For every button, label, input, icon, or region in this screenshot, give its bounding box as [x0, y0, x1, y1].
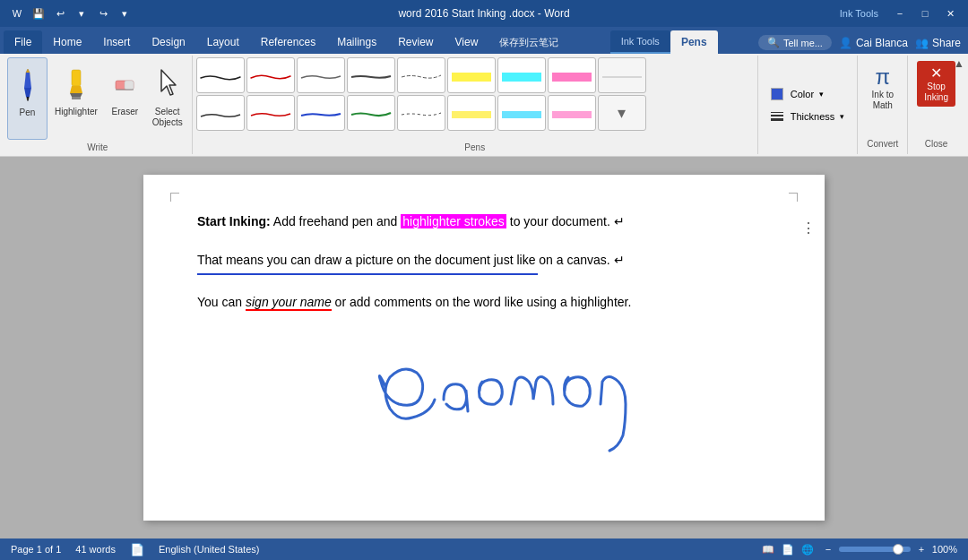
tab-mailings[interactable]: Mailings — [326, 30, 387, 54]
pen-swatch-7[interactable] — [497, 57, 546, 93]
write-group: Pen Highlighter — [4, 56, 193, 154]
tab-cloud[interactable]: 保存到云笔记 — [488, 30, 569, 54]
paragraph-1: Start Inking: Add freehand pen and highl… — [197, 211, 771, 233]
zoom-in-button[interactable]: + — [914, 542, 929, 556]
close-group-label: Close — [925, 139, 948, 149]
tab-ink-tools[interactable]: Ink Tools — [610, 30, 670, 54]
pen-swatch-3[interactable] — [297, 57, 345, 93]
svg-rect-6 — [125, 81, 134, 90]
pen-swatch-more[interactable] — [598, 57, 646, 93]
pen-tool[interactable]: Pen — [7, 57, 48, 140]
language[interactable]: English (United States) — [159, 544, 260, 555]
ink-to-math-label: Ink toMath — [872, 90, 894, 111]
word-count[interactable]: 41 words — [75, 544, 116, 555]
pen-swatch-r2[interactable] — [246, 95, 295, 131]
title-bar-left: W 💾 ↩ ▾ ↪ ▾ — [7, 4, 134, 23]
convert-group-label: Convert — [867, 139, 898, 149]
ink-tools-label: Ink Tools — [833, 6, 886, 21]
underline-decoration — [197, 273, 538, 275]
maximize-button[interactable]: □ — [914, 5, 936, 22]
save-button[interactable]: 💾 — [29, 4, 48, 23]
tell-me-button[interactable]: 🔍 Tell me... — [758, 35, 832, 50]
highlighter-icon — [63, 65, 90, 103]
color-swatch — [771, 88, 783, 100]
pen-swatch-4[interactable] — [347, 57, 395, 93]
pen-swatch-r4[interactable] — [347, 95, 395, 131]
page-info: Page 1 of 1 — [11, 544, 61, 555]
pen-swatch-r7[interactable] — [497, 95, 546, 131]
tab-review[interactable]: Review — [387, 30, 444, 54]
color-label: Color — [791, 89, 814, 99]
tab-layout[interactable]: Layout — [196, 30, 250, 54]
math-icon: π — [876, 65, 891, 90]
eraser-tool[interactable]: Eraser — [105, 57, 145, 140]
pen-swatch-r6[interactable] — [447, 95, 496, 131]
color-control[interactable]: Color ▾ — [767, 86, 849, 102]
pens-group-label: Pens — [196, 141, 754, 152]
zoom-thumb[interactable] — [893, 544, 903, 555]
share-button[interactable]: 👥 Share — [915, 37, 961, 49]
para3-end: or add comments on the word like using a… — [332, 295, 632, 309]
signature-svg — [314, 332, 654, 476]
user-area[interactable]: 👤 Cai Blanca — [839, 37, 908, 49]
pen-swatch-r3[interactable] — [297, 95, 345, 131]
window-title: word 2016 Start Inking .docx - Word — [398, 7, 569, 20]
pen-swatch-r1[interactable] — [196, 95, 245, 131]
customize-qa[interactable]: ▾ — [115, 4, 134, 23]
collapse-ribbon-button[interactable]: ▲ — [954, 57, 964, 70]
tab-view[interactable]: View — [445, 30, 489, 54]
ribbon: Pen Highlighter — [0, 54, 968, 157]
read-mode-icon[interactable]: 📖 — [762, 544, 774, 556]
pen-swatch-1[interactable] — [196, 57, 245, 93]
tab-file[interactable]: File — [4, 30, 42, 54]
para2-text: That means you can draw a picture on the… — [197, 253, 610, 267]
thickness-control[interactable]: Thickness ▾ — [767, 109, 849, 124]
stop-inking-button[interactable]: ✕ StopInking — [917, 61, 955, 107]
para1-rest: Add freehand pen and — [271, 214, 402, 228]
highlighter-tool[interactable]: Highlighter — [49, 57, 103, 140]
undo-dropdown[interactable]: ▾ — [72, 4, 91, 23]
svg-marker-3 — [70, 93, 82, 97]
print-layout-icon[interactable]: 📄 — [782, 544, 794, 556]
tab-references[interactable]: References — [250, 30, 326, 54]
pens-group: ▾ Pens — [193, 56, 758, 154]
thickness-label: Thickness — [791, 111, 835, 122]
close-window-button[interactable]: ✕ — [939, 5, 961, 22]
paragraph-2: That means you can draw a picture on the… — [197, 249, 771, 275]
select-objects-tool[interactable]: SelectObjects — [147, 57, 188, 140]
pen-icon — [14, 65, 41, 104]
pen-swatch-8[interactable] — [548, 57, 596, 93]
minimize-button[interactable]: − — [889, 5, 911, 22]
thickness-dropdown-arrow: ▾ — [840, 112, 844, 121]
para3-sign: sign your name — [246, 295, 332, 311]
user-name: Cai Blanca — [856, 37, 908, 49]
pen-swatch-2[interactable] — [246, 57, 295, 93]
pen-swatch-r8[interactable] — [548, 95, 596, 131]
user-icon: 👤 — [839, 37, 852, 49]
tab-insert[interactable]: Insert — [92, 30, 141, 54]
title-bar: W 💾 ↩ ▾ ↪ ▾ word 2016 Start Inking .docx… — [0, 0, 968, 27]
thickness-icon — [771, 112, 783, 121]
zoom-level: 100% — [932, 544, 957, 555]
ellipsis-indicator: ⋮ — [801, 220, 816, 237]
eraser-icon — [111, 65, 138, 103]
close-group: ✕ StopInking Close — [908, 56, 964, 154]
ink-to-math-button[interactable]: π Ink toMath — [869, 61, 897, 115]
pen-swatch-6[interactable] — [447, 57, 496, 93]
tab-home[interactable]: Home — [42, 30, 92, 54]
tab-design[interactable]: Design — [141, 30, 195, 54]
pen-swatch-r5[interactable] — [397, 95, 445, 131]
zoom-slider[interactable] — [839, 547, 911, 552]
share-icon: 👥 — [915, 37, 929, 49]
tab-pens[interactable]: Pens — [670, 30, 718, 54]
redo-button[interactable]: ↪ — [93, 4, 113, 23]
pen-swatch-5[interactable] — [397, 57, 445, 93]
word-icon: W — [7, 4, 27, 23]
undo-button[interactable]: ↩ — [50, 4, 70, 23]
ribbon-tabs: File Home Insert Design Layout Reference… — [0, 27, 968, 54]
zoom-control: − + 100% — [821, 542, 957, 556]
zoom-out-button[interactable]: − — [821, 542, 835, 556]
pen-swatch-r9[interactable]: ▾ — [598, 95, 646, 131]
pens-row-2: ▾ — [196, 95, 754, 131]
web-layout-icon[interactable]: 🌐 — [801, 544, 814, 556]
